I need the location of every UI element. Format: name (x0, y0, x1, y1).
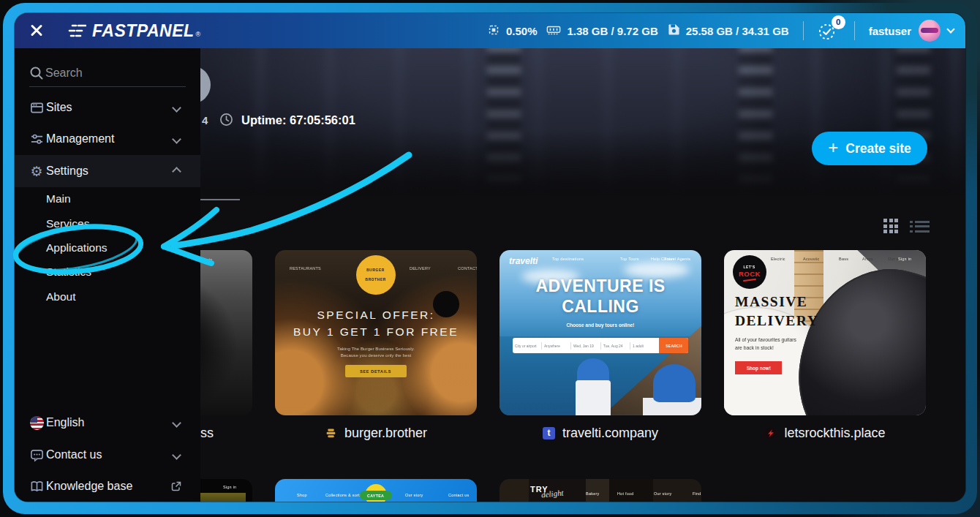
preview-nav-item: Hot food (617, 491, 634, 496)
preview-nav-item: Sign in (223, 485, 236, 489)
preview-nav-item: Top destinations (552, 257, 584, 261)
logo-text: ROCK (739, 270, 761, 278)
site-card-try-delight[interactable]: TRY delight Bakery Hot food Our story Fi… (500, 479, 701, 502)
close-menu-button[interactable] (26, 20, 48, 42)
submenu-item-main[interactable]: Main (46, 192, 71, 205)
sidebar-item-language[interactable]: English (15, 410, 200, 436)
logo-text: LET'S (744, 265, 755, 268)
create-site-button[interactable]: + Create site (812, 132, 927, 165)
topbar-stats: 0.50% 1.38 GB / 9.72 GB 25.58 GB / 34.31… (487, 20, 954, 42)
preview-headline: CALLING (500, 297, 701, 317)
site-name-label: travelti.company (562, 426, 658, 441)
travelti-logo: travelti (509, 256, 538, 266)
site-name-letsrock[interactable]: letsrockthis.place (724, 423, 926, 442)
site-name-burger-brother[interactable]: burger.brother (275, 423, 477, 442)
logo-text: BROTHER (366, 277, 386, 282)
site-card-burger-brother[interactable]: RESTAURANTS ACTIONS DELIVERY CONTACTS BU… (275, 250, 477, 415)
cpu-icon (487, 23, 500, 39)
chat-bubble-icon (29, 448, 44, 462)
notifications-button[interactable]: 0 (818, 21, 840, 41)
submenu-item-statistics[interactable]: Statistics (46, 265, 91, 279)
preview-button: Shop now! (735, 361, 782, 374)
sidebar: Sites Management ⚙ Settings Main Service… (15, 48, 200, 502)
site-card-fitness[interactable]: a Trainer Login (200, 250, 252, 415)
preview-nav-item: Our story (654, 491, 672, 496)
chevron-down-icon (172, 450, 181, 460)
plus-icon: + (828, 137, 838, 158)
registered-mark: ® (196, 31, 201, 38)
topbar: FASTPANEL ® 0.50% 1.38 GB / 9.72 GB (15, 13, 965, 48)
search-field: Anywhere (542, 342, 571, 350)
preview-headline: SPECIAL OFFER: (275, 309, 477, 322)
preview-nav-item: DELIVERY (410, 266, 431, 271)
preview-headline: ADVENTURE IS (500, 276, 701, 296)
grid-view-icon[interactable] (883, 219, 898, 233)
list-view-icon[interactable] (910, 220, 930, 233)
sidebar-item-knowledge-base[interactable]: Knowledge base (15, 473, 200, 499)
site-card-letsrock[interactable]: LET'S ROCK Electric Acoustic Bass Amps O… (724, 250, 926, 415)
search-input[interactable] (45, 63, 177, 83)
preview-nav-item: CONTACTS (458, 266, 477, 271)
chevron-down-icon (946, 25, 954, 33)
clock-icon (219, 113, 233, 127)
site-name-travelti[interactable]: t travelti.company (500, 423, 701, 442)
preview-headline: BUY 1 GET 1 FOR FREE (275, 325, 477, 339)
preview-nav-item: Find us (693, 491, 701, 496)
user-menu[interactable]: fastuser (869, 20, 954, 42)
site-name-partial[interactable]: ss (200, 423, 214, 442)
sidebar-item-sites[interactable]: Sites (15, 94, 200, 121)
preview-nav: Help Center Sign in (651, 255, 701, 263)
gear-icon: ⚙ (29, 165, 44, 178)
logo-text: BURGER (367, 268, 385, 273)
sidebar-item-label: Contact us (46, 448, 102, 461)
uptime-value: Uptime: 67:05:56:01 (241, 113, 355, 127)
photo-decor (200, 493, 246, 502)
avatar (919, 20, 941, 42)
preview-subtext: Taking The Burger Business Seriously.Bec… (313, 345, 438, 359)
cpu-value: 0.50% (506, 25, 538, 37)
sidebar-item-label: Knowledge base (46, 480, 132, 493)
search-field: City or airport (513, 342, 542, 350)
sidebar-item-management[interactable]: Management (15, 126, 200, 152)
divider (29, 86, 186, 87)
cpu-stat: 0.50% (487, 23, 538, 39)
active-tab-underline (200, 199, 240, 200)
fastpanel-logo[interactable]: FASTPANEL ® (67, 21, 200, 41)
preview-nav-item: Our story (405, 493, 423, 497)
fastpanel-logo-icon (67, 23, 86, 39)
site-card-caytea[interactable]: Shop Collections & sorts CAYTEA Our stor… (275, 479, 477, 502)
book-icon (29, 480, 44, 494)
divider (803, 21, 804, 40)
disk-stat: 25.58 GB / 34.31 GB (668, 23, 789, 38)
preview-nav-item: Bass (839, 257, 848, 261)
ram-icon (546, 24, 561, 38)
preview-nav-item: Sign in (898, 257, 911, 261)
preview-nav-item: Acoustic (803, 257, 820, 261)
site-card-partial-1[interactable]: Sign in (200, 479, 252, 502)
submenu-item-about[interactable]: About (46, 290, 76, 303)
preview-search-bar: City or airport Anywhere Wed, Jan 19 Tue… (513, 338, 688, 353)
burger-favicon (325, 427, 337, 439)
preview-nav: Sign in (898, 255, 922, 263)
preview-nav-item: Electric (771, 257, 785, 261)
sidebar-item-contact-us[interactable]: Contact us (15, 442, 200, 468)
divider (854, 21, 855, 40)
notification-count-badge: 0 (832, 15, 845, 29)
submenu-item-applications[interactable]: Applications (46, 241, 108, 254)
management-icon (29, 132, 44, 146)
chevron-up-icon (172, 167, 181, 176)
app-window: FASTPANEL ® 0.50% 1.38 GB / 9.72 GB (15, 13, 965, 502)
submenu-item-services[interactable]: Services (46, 217, 89, 230)
sites-icon (29, 101, 44, 115)
sidebar-item-label: Sites (46, 101, 72, 114)
logo-underline (743, 278, 756, 281)
sidebar-item-label: Management (46, 132, 114, 146)
site-card-travelti[interactable]: travelti Top destinations Top Tours Trav… (500, 250, 701, 415)
search-icon (29, 66, 44, 83)
letsrock-favicon (764, 427, 777, 439)
chevron-down-icon (172, 103, 181, 113)
sidebar-item-settings[interactable]: ⚙ Settings (15, 158, 200, 184)
external-link-icon (171, 481, 181, 491)
preview-nav-item: Amps (862, 257, 873, 261)
caytea-logo: CAYTEA (360, 491, 392, 500)
